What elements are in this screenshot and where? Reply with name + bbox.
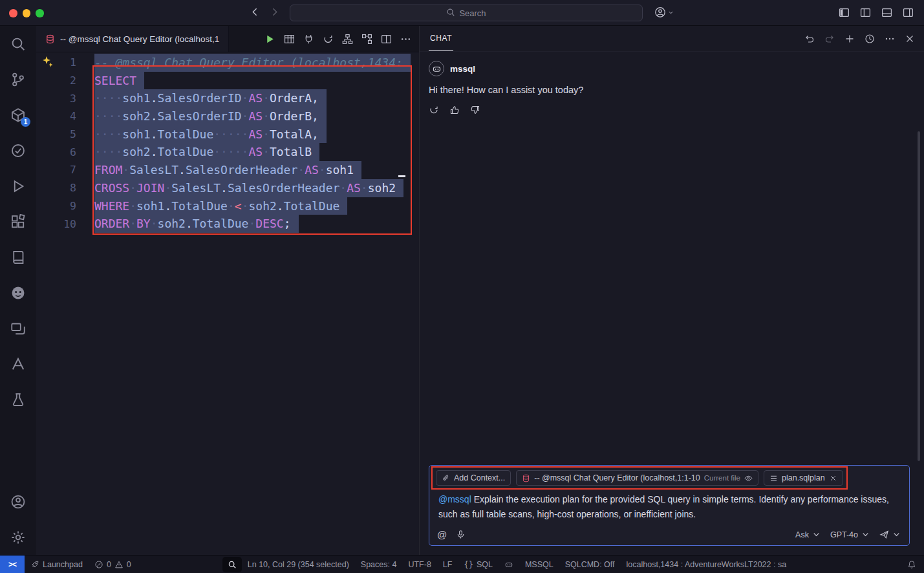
chat-input-field[interactable]: @mssql Explain the execution plan for th…: [436, 486, 903, 524]
sidebar-item-database-projects[interactable]: [0, 382, 36, 417]
mode-selector[interactable]: Ask: [795, 530, 821, 539]
go-forward-icon[interactable]: [269, 6, 280, 20]
results-grid-icon[interactable]: [284, 34, 295, 45]
remove-context-icon[interactable]: [829, 474, 837, 482]
schema-designer-icon[interactable]: [342, 34, 353, 45]
sidebar-item-accounts[interactable]: [0, 484, 36, 519]
model-selector[interactable]: GPT-4o: [830, 530, 870, 539]
customize-layout-icon[interactable]: [839, 7, 850, 18]
change-connection-icon[interactable]: [323, 34, 334, 45]
text-cursor: [398, 175, 405, 177]
github-icon: [10, 285, 26, 301]
connection-status[interactable]: localhost,1434 : AdventureWorksLT2022 : …: [621, 556, 793, 573]
gear-icon: [10, 530, 26, 545]
more-icon[interactable]: [885, 34, 895, 44]
language-mode[interactable]: {} SQL: [458, 556, 498, 573]
search-icon: [446, 8, 455, 19]
mention-button[interactable]: @: [437, 529, 447, 540]
mention-token: @mssql: [438, 494, 471, 504]
problems-indicator[interactable]: 0 0: [89, 556, 137, 573]
add-context-label: Add Context...: [454, 473, 505, 482]
accounts-menu[interactable]: [654, 6, 674, 18]
sqlcmd-status[interactable]: SQLCMD: Off: [559, 556, 621, 573]
copilot-status[interactable]: [499, 556, 519, 573]
microphone-icon[interactable]: [456, 530, 466, 539]
toggle-sidebar-icon[interactable]: [860, 7, 871, 18]
close-icon[interactable]: [905, 34, 915, 44]
search-placeholder: Search: [459, 8, 486, 18]
toggle-secondary-sidebar-icon[interactable]: [903, 7, 914, 18]
bell-icon: [907, 560, 916, 569]
warning-icon: [114, 560, 124, 569]
context-chip-file[interactable]: -- @mssql Chat Query Editor (localhost,1…: [516, 470, 758, 486]
connection-label: localhost,1434 : AdventureWorksLT2022 : …: [627, 560, 787, 569]
eye-icon[interactable]: [744, 474, 753, 482]
connect-icon[interactable]: [303, 34, 314, 45]
launchpad-button[interactable]: Launchpad: [25, 556, 89, 573]
toggle-panel-icon[interactable]: [881, 7, 892, 18]
history-icon[interactable]: [865, 34, 875, 44]
sidebar-item-source-control[interactable]: [0, 61, 36, 97]
sidebar-item-remote-explorer[interactable]: 1: [0, 97, 36, 133]
editor-tab-label: -- @mssql Chat Query Editor (localhost,1: [60, 34, 219, 44]
title-bar: Search: [0, 0, 924, 26]
sidebar-item-notebooks[interactable]: [0, 239, 36, 275]
mssql-status[interactable]: MSSQL: [519, 556, 559, 573]
notifications-bell[interactable]: [901, 556, 924, 573]
run-query-button[interactable]: [264, 34, 275, 45]
encoding-label: UTF-8: [408, 560, 431, 569]
sidebar-item-github[interactable]: [0, 275, 36, 310]
chat-input-area: Add Context... -- @mssql Chat Query Edit…: [429, 465, 910, 546]
thumbs-down-icon[interactable]: [470, 105, 480, 115]
minimize-window-button[interactable]: [23, 9, 31, 17]
more-actions-button[interactable]: [400, 34, 411, 45]
chat-scrollbar[interactable]: [918, 131, 920, 461]
redo-icon[interactable]: [824, 34, 835, 44]
go-back-icon[interactable]: [250, 6, 261, 20]
context-row: Add Context... -- @mssql Chat Query Edit…: [436, 470, 843, 486]
message-actions: [429, 105, 915, 115]
sidebar-item-settings[interactable]: [0, 519, 36, 555]
new-chat-icon[interactable]: [844, 34, 855, 44]
regenerate-icon[interactable]: [429, 105, 439, 115]
code-editor[interactable]: 1-- @mssql Chat Query Editor (localhost,…: [36, 52, 419, 555]
sidebar-item-azure[interactable]: [0, 346, 36, 382]
tab-chat[interactable]: CHAT: [429, 26, 453, 51]
eol-setting[interactable]: LF: [437, 556, 458, 573]
braces-icon: {}: [464, 560, 473, 569]
code-line: 5····soh1.TotalDue·····AS·TotalA,: [36, 125, 419, 144]
search-badge[interactable]: [222, 557, 242, 572]
status-bar: >< Launchpad 0 0 Ln 10, Col 29 (354 sele…: [0, 555, 924, 573]
launchpad-label: Launchpad: [43, 560, 83, 569]
split-editor-icon[interactable]: [381, 34, 392, 45]
layout-controls: [839, 7, 914, 18]
copilot-icon: [504, 560, 513, 569]
sqlcmd-label: SQLCMD: Off: [565, 560, 615, 569]
error-count: 0: [107, 560, 111, 569]
chat-input-container[interactable]: Add Context... -- @mssql Chat Query Edit…: [429, 465, 910, 546]
sidebar-item-extensions[interactable]: [0, 204, 36, 239]
sidebar-item-testing[interactable]: [0, 133, 36, 168]
remote-indicator[interactable]: ><: [0, 556, 25, 573]
indentation-setting[interactable]: Spaces: 4: [355, 556, 403, 573]
sidebar-item-run-debug[interactable]: [0, 168, 36, 204]
sidebar-item-remote-screens[interactable]: [0, 310, 36, 346]
close-window-button[interactable]: [9, 9, 17, 17]
code-line: 4····soh2.SalesOrderID·AS·OrderB,: [36, 107, 419, 125]
sidebar-item-search[interactable]: [0, 26, 36, 61]
undo-icon[interactable]: [804, 34, 815, 44]
add-context-button[interactable]: Add Context...: [436, 470, 511, 486]
assistant-name: mssql: [450, 64, 475, 74]
activity-bar: 1: [0, 26, 36, 555]
query-plan-icon[interactable]: [361, 34, 372, 45]
send-button[interactable]: [879, 530, 901, 539]
editor-tab[interactable]: -- @mssql Chat Query Editor (localhost,1: [36, 26, 229, 52]
zoom-window-button[interactable]: [36, 9, 44, 17]
command-center-search[interactable]: Search: [290, 5, 643, 21]
thumbs-up-icon[interactable]: [449, 105, 460, 115]
context-chip-plan[interactable]: plan.sqlplan: [764, 470, 843, 486]
encoding-setting[interactable]: UTF-8: [402, 556, 436, 573]
code-lines: 1-- @mssql Chat Query Editor (localhost,…: [36, 54, 419, 233]
cursor-position[interactable]: Ln 10, Col 29 (354 selected): [242, 556, 355, 573]
code-line: 2SELECT: [36, 72, 419, 90]
